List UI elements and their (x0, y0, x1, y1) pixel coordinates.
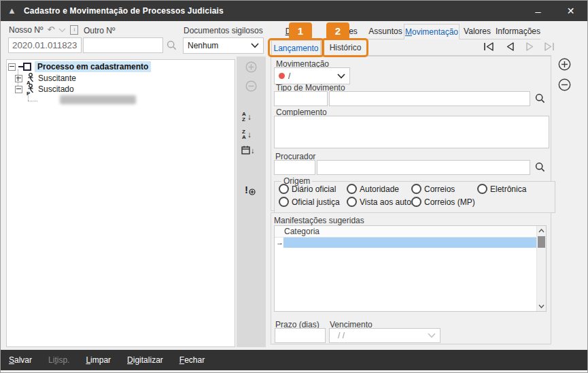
nav-first-button[interactable] (483, 42, 495, 52)
tree-row-processo[interactable]: Processo em cadastramento (8, 61, 151, 72)
tree-label-suscitante: Suscitante (38, 74, 76, 83)
footer-toolbar: Salvar Litisp. Limpar Digitalizar Fechar (1, 350, 588, 370)
vencimento-select[interactable]: / / (329, 328, 440, 343)
info-icon[interactable]: i (70, 25, 78, 35)
nav-next-button[interactable] (525, 42, 536, 52)
tab-movimentacao[interactable]: Movimentação (404, 24, 460, 39)
selected-grid-row[interactable] (283, 238, 536, 248)
radio-icon (347, 197, 357, 207)
movimentacao-value: / (288, 71, 290, 81)
scroll-up-icon[interactable] (537, 226, 546, 236)
remove-party-button[interactable] (245, 80, 257, 92)
limpar-button[interactable]: Limpar (86, 355, 111, 365)
movimentacao-select[interactable]: / (274, 67, 350, 84)
documentos-sigilosos-label: Documentos sigilosos (184, 26, 263, 35)
procurador-search-icon[interactable] (535, 162, 545, 172)
radio-oficial-justica[interactable]: Oficial justiça (279, 197, 340, 207)
nav-previous-button[interactable] (504, 42, 515, 52)
litisp-button[interactable]: Litisp. (48, 355, 69, 365)
tipo-movimento-desc-input[interactable] (329, 91, 530, 106)
documentos-sigilosos-select[interactable]: Nenhum (183, 37, 264, 54)
tree-connector (28, 94, 29, 101)
window-title: Cadastro e Movimentação de Processos Jud… (24, 6, 224, 16)
origem-fieldset: Origem (274, 176, 555, 213)
close-button[interactable]: ✕ (555, 1, 586, 21)
person-a-icon: A (26, 73, 35, 84)
salvar-button[interactable]: Salvar (9, 355, 32, 365)
outro-numero-search-icon[interactable] (167, 40, 177, 50)
person-p-icon: P (26, 84, 35, 95)
radio-icon (411, 197, 421, 207)
digitalizar-button[interactable]: Digitalizar (127, 355, 163, 365)
radio-autoridade[interactable]: Autoridade (347, 184, 399, 194)
complemento-textarea[interactable] (274, 116, 549, 148)
subtab-lancamento[interactable]: Lançamento (271, 40, 321, 56)
manifestacoes-label: Manifestações sugeridas (274, 216, 364, 225)
tree-row-suscitado[interactable]: P Suscitado (15, 84, 74, 95)
collapse-icon[interactable] (8, 63, 16, 71)
sort-az-icon[interactable]: AZ ↓ (242, 112, 252, 123)
tree-row-suscitante[interactable]: A Suscitante (15, 73, 76, 84)
minimize-button[interactable]: – (523, 1, 553, 21)
add-alert-icon[interactable]: ! (245, 183, 256, 195)
grid-vertical-scrollbar[interactable] (536, 226, 546, 311)
radio-vista-aos-autos[interactable]: Vista aos autos (347, 197, 415, 207)
nosso-numero-label: Nosso Nº (9, 25, 43, 35)
grid-column-categoria[interactable]: Categoria (275, 226, 546, 238)
documentos-sigilosos-value: Nenhum (188, 41, 218, 50)
remove-movement-button[interactable] (558, 78, 571, 91)
nosso-numero-header: Nosso Nº ↶ i (9, 25, 78, 35)
sort-date-icon[interactable]: ↓ (241, 146, 255, 155)
process-icon (18, 63, 32, 71)
window-bottom-strip (1, 370, 588, 373)
svg-text:P: P (27, 90, 31, 95)
callout-badge-2: 2 (326, 22, 349, 39)
radio-icon (279, 197, 289, 207)
prazo-input[interactable] (275, 328, 326, 343)
radio-correios[interactable]: Correios (411, 184, 455, 194)
procurador-code-input[interactable] (274, 160, 315, 175)
tab-informacoes[interactable]: Informações (495, 24, 541, 39)
add-movement-button[interactable] (558, 58, 571, 71)
undo-icon[interactable]: ↶ (47, 26, 54, 34)
manifestations-grid[interactable]: Categoria → (274, 225, 547, 312)
subtab-historico[interactable]: Histórico (325, 40, 366, 55)
collapse-icon[interactable] (15, 86, 22, 93)
scrollbar-thumb[interactable] (538, 236, 545, 248)
radio-correios-mp[interactable]: Correios (MP) (411, 197, 475, 207)
current-row-marker: → (276, 238, 283, 248)
chevron-down-icon[interactable] (58, 28, 66, 33)
chevron-down-icon (251, 43, 259, 48)
outro-numero-input[interactable] (83, 37, 163, 53)
app-window: ▲ Cadastro e Movimentação de Processos J… (0, 0, 588, 373)
chevron-down-icon (337, 74, 345, 79)
fechar-button[interactable]: Fechar (179, 355, 205, 365)
radio-eletronica[interactable]: Eletrônica (477, 184, 526, 194)
procurador-name-input[interactable] (317, 160, 530, 175)
red-dot-icon (279, 73, 285, 79)
add-party-button[interactable] (245, 61, 257, 73)
redacted-party-name[interactable] (60, 95, 136, 104)
tree-label-suscitado: Suscitado (38, 84, 74, 94)
sort-za-icon[interactable]: ZA ↓ (242, 129, 252, 140)
tab-valores[interactable]: Valores (461, 24, 494, 39)
nav-last-button[interactable] (543, 42, 555, 52)
chevron-down-icon (428, 333, 436, 338)
outro-numero-label: Outro Nº (84, 26, 115, 35)
app-icon: ▲ (7, 6, 18, 16)
radio-icon (347, 184, 357, 194)
expand-icon[interactable] (15, 75, 22, 82)
titlebar: ▲ Cadastro e Movimentação de Processos J… (1, 1, 587, 21)
scroll-down-icon[interactable] (537, 302, 546, 311)
radio-icon (411, 184, 421, 194)
nosso-numero-input[interactable] (8, 37, 82, 53)
tipo-movimento-search-icon[interactable] (535, 93, 545, 103)
tipo-movimento-code-input[interactable] (274, 91, 328, 106)
tab-assuntos[interactable]: Assuntos (368, 24, 403, 39)
radio-diario-oficial[interactable]: Diário oficial (279, 184, 336, 194)
vencimento-value: / / (334, 331, 345, 340)
callout-badge-1: 1 (289, 22, 312, 39)
tree-toolbar (237, 56, 266, 347)
tree-connector (28, 101, 37, 101)
tree-root-label: Processo em cadastramento (35, 61, 151, 72)
